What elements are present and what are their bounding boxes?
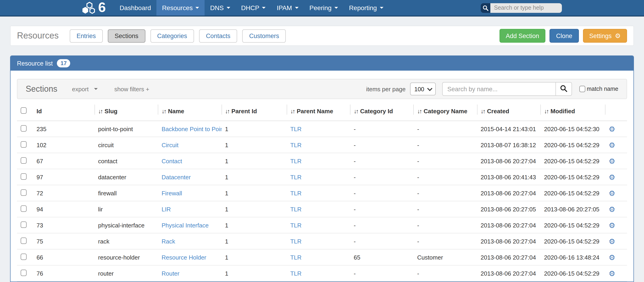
resource-name-link[interactable]: Backbone Point to Point <box>162 126 221 132</box>
col-category-name-header[interactable]: Category Name <box>414 100 477 121</box>
cell-slug: datacenter <box>94 169 158 185</box>
nav-dashboard[interactable]: Dashboard <box>114 0 156 16</box>
cell-category-name: - <box>414 137 477 153</box>
row-gear-icon[interactable] <box>609 269 615 278</box>
nav-dns[interactable]: DNS <box>204 0 236 16</box>
cell-actions <box>605 185 627 201</box>
search-button[interactable] <box>556 82 572 96</box>
col-parent-name-header[interactable]: Parent Name <box>287 100 350 121</box>
row-gear-icon[interactable] <box>609 173 615 181</box>
resource-name-link[interactable]: Resource Holder <box>162 254 206 261</box>
resource-name-link[interactable]: Physical Interface <box>162 222 208 228</box>
show-filters-link[interactable]: show filters + <box>114 86 149 92</box>
clone-button[interactable]: Clone <box>550 29 579 43</box>
cell-slug: router <box>94 265 158 281</box>
nav-ipam[interactable]: IPAM <box>271 0 304 16</box>
match-name-checkbox[interactable] <box>579 86 585 92</box>
cell-slug: physical-interface <box>94 217 158 233</box>
parent-name-link[interactable]: TLR <box>290 126 302 132</box>
resource-name-link[interactable]: Firewall <box>162 190 182 196</box>
panel-header: Resource list 17 <box>10 56 634 70</box>
col-name-header[interactable]: Name <box>158 100 221 121</box>
row-checkbox[interactable] <box>21 221 26 228</box>
cell-id: 235 <box>33 121 94 137</box>
row-gear-icon[interactable] <box>609 253 615 262</box>
row-checkbox[interactable] <box>21 253 26 260</box>
col-label: Modified <box>550 108 575 115</box>
parent-name-link[interactable]: TLR <box>290 142 302 148</box>
tab-sections[interactable]: Sections <box>108 29 146 42</box>
parent-name-link[interactable]: TLR <box>290 238 302 245</box>
nav-dhcp[interactable]: DHCP <box>236 0 271 16</box>
row-checkbox-cell <box>17 185 33 201</box>
tab-contacts[interactable]: Contacts <box>199 29 237 42</box>
col-parent-id-header[interactable]: Parent Id <box>221 100 287 121</box>
add-section-button[interactable]: Add Section <box>499 29 546 43</box>
row-gear-icon[interactable] <box>609 140 615 149</box>
select-all-checkbox[interactable] <box>21 107 26 114</box>
col-category-id-header[interactable]: Category Id <box>350 100 414 121</box>
table-row: 73 physical-interface Physical Interface… <box>17 217 627 233</box>
chevron-down-icon <box>226 7 230 9</box>
cell-modified: 2020-06-15 04:52:29 <box>540 185 605 201</box>
col-id-header[interactable]: Id <box>33 100 94 121</box>
parent-name-link[interactable]: TLR <box>290 174 302 180</box>
row-checkbox[interactable] <box>21 125 26 131</box>
row-checkbox[interactable] <box>21 189 26 196</box>
parent-name-link[interactable]: TLR <box>290 206 302 212</box>
help-search-input[interactable] <box>490 3 562 12</box>
col-label: Created <box>487 108 509 115</box>
col-modified-header[interactable]: Modified <box>540 100 605 121</box>
table-row: 67 contact Contact 1 TLR - - 2013-08-06 … <box>17 153 627 169</box>
cell-actions <box>605 169 627 185</box>
cell-actions <box>605 121 627 137</box>
cell-parent-name: TLR <box>287 169 350 185</box>
row-checkbox[interactable] <box>21 237 26 244</box>
cell-category-id: - <box>350 217 414 233</box>
parent-name-link[interactable]: TLR <box>290 222 302 228</box>
chevron-down-icon <box>380 7 383 9</box>
parent-name-link[interactable]: TLR <box>290 254 302 261</box>
sort-icon <box>481 108 485 115</box>
row-checkbox[interactable] <box>21 157 26 164</box>
export-dropdown[interactable]: export <box>72 86 98 92</box>
resource-name-link[interactable]: Datacenter <box>162 174 190 180</box>
settings-button[interactable]: Settings <box>583 29 627 43</box>
tab-entries[interactable]: Entries <box>70 29 103 42</box>
resource-name-link[interactable]: Router <box>162 270 179 277</box>
cell-created: 2013-08-06 20:27:04 <box>477 217 540 233</box>
cell-id: 94 <box>33 201 94 217</box>
cell-id: 72 <box>33 185 94 201</box>
app-logo[interactable]: 6 <box>82 0 106 16</box>
resource-name-link[interactable]: Circuit <box>162 142 178 148</box>
nav-reporting[interactable]: Reporting <box>344 0 389 16</box>
resource-name-link[interactable]: Contact <box>162 158 182 164</box>
tab-categories[interactable]: Categories <box>150 29 194 42</box>
resource-name-link[interactable]: LIR <box>162 206 171 212</box>
table-header: Id Slug Name Parent Id Parent Name Categ… <box>17 100 627 121</box>
row-checkbox[interactable] <box>21 270 26 276</box>
nav-resources[interactable]: Resources <box>156 0 204 16</box>
col-created-header[interactable]: Created <box>477 100 540 121</box>
row-gear-icon[interactable] <box>609 156 615 165</box>
tab-customers[interactable]: Customers <box>242 29 286 42</box>
row-checkbox[interactable] <box>21 205 26 212</box>
row-checkbox[interactable] <box>21 173 26 180</box>
nav-peering[interactable]: Peering <box>304 0 344 16</box>
parent-name-link[interactable]: TLR <box>290 270 302 277</box>
search-by-name-input[interactable] <box>442 82 556 96</box>
parent-name-link[interactable]: TLR <box>290 158 302 164</box>
row-gear-icon[interactable] <box>609 221 615 230</box>
parent-name-link[interactable]: TLR <box>290 190 302 196</box>
col-slug-header[interactable]: Slug <box>94 100 158 121</box>
row-gear-icon[interactable] <box>609 205 615 214</box>
row-gear-icon[interactable] <box>609 237 615 246</box>
cell-category-name: - <box>414 169 477 185</box>
sort-icon <box>354 108 358 115</box>
cell-created: 2013-08-06 20:27:04 <box>477 233 540 249</box>
row-gear-icon[interactable] <box>609 189 615 198</box>
row-gear-icon[interactable] <box>609 124 615 133</box>
row-checkbox[interactable] <box>21 141 26 148</box>
resource-name-link[interactable]: Rack <box>162 238 175 245</box>
items-per-page-select[interactable]: 100 <box>410 82 436 96</box>
